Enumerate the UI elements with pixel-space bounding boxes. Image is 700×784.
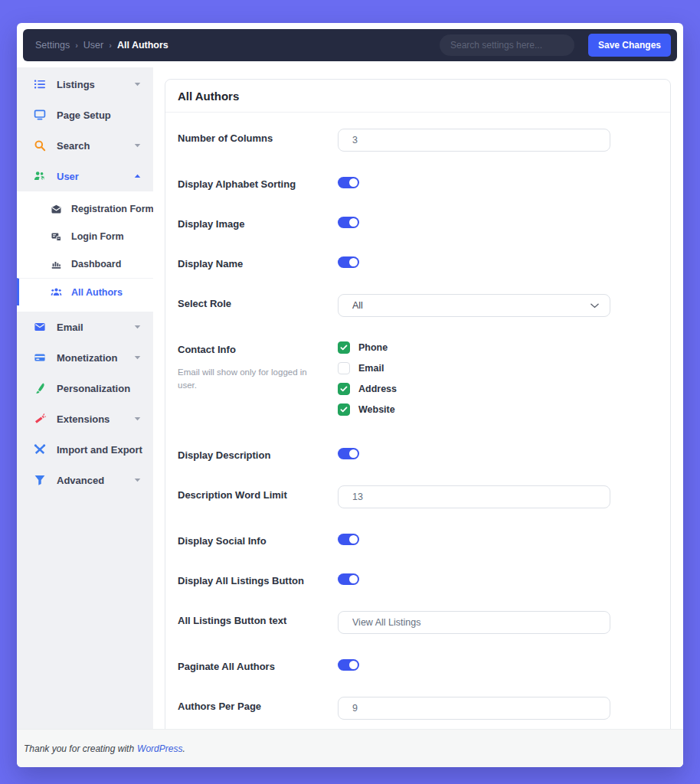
contact-info-option-email[interactable]: Email [338, 362, 658, 374]
setting-row-paginate-all-authors: Paginate All Authors [178, 644, 658, 684]
sidebar-subitem-registration-form[interactable]: Registration Form [17, 195, 153, 223]
phone-checkbox[interactable] [338, 341, 350, 354]
setting-row-authors-per-page: Authors Per Page [178, 684, 658, 730]
display-image-toggle[interactable] [338, 217, 359, 228]
display-name-toggle[interactable] [338, 256, 359, 268]
sidebar-item-label: Listings [57, 79, 95, 90]
setting-label: Display Social Info [178, 535, 267, 547]
sidebar-subitem-login-form[interactable]: Login Form [17, 223, 153, 250]
website-checkbox[interactable] [338, 403, 350, 416]
setting-label: Display Description [178, 449, 270, 461]
contact-info-option-phone[interactable]: Phone [338, 341, 658, 354]
breadcrumb-separator: › [109, 41, 112, 50]
setting-label: Select Role [178, 298, 231, 309]
brush-icon [34, 382, 46, 394]
breadcrumb-settings[interactable]: Settings [35, 40, 70, 51]
sidebar-item-label: User [57, 171, 79, 182]
description-word-limit-input[interactable] [338, 485, 610, 508]
select-role-dropdown[interactable]: All [338, 294, 610, 317]
toggle-knob [349, 218, 358, 227]
setting-label: Display All Listings Button [178, 575, 304, 586]
contact-info-option-website[interactable]: Website [338, 403, 658, 416]
setting-row-display-all-listings-button: Display All Listings Button [178, 558, 658, 598]
footer-suffix: . [182, 743, 185, 754]
paginate-all-authors-toggle[interactable] [338, 659, 359, 671]
user-submenu: Registration Form Login Form Dashboard [17, 191, 153, 312]
chevron-up-icon [134, 174, 141, 178]
display-all-listings-button-toggle[interactable] [338, 573, 359, 585]
chevron-down-icon [134, 478, 141, 482]
display-social-info-toggle[interactable] [338, 534, 359, 545]
sidebar-subitem-dashboard[interactable]: Dashboard [17, 250, 153, 278]
breadcrumb-separator: › [75, 41, 78, 50]
checkbox-label: Website [358, 404, 395, 415]
sidebar-item-email[interactable]: Email [17, 312, 153, 342]
page-background: { "colors": { "page_background": "#6a6cf… [0, 0, 700, 784]
sidebar-item-personalization[interactable]: Personalization [17, 373, 153, 403]
footer: Thank you for creating with WordPress. [17, 729, 683, 767]
display-description-toggle[interactable] [338, 448, 359, 459]
chevron-down-icon [590, 303, 599, 309]
email-checkbox[interactable] [338, 362, 350, 374]
chevron-down-icon [134, 143, 141, 148]
checkbox-label: Address [358, 384, 397, 394]
settings-window: Settings › User › All Authors Save Chang… [17, 23, 683, 767]
chevron-down-icon [134, 325, 141, 329]
sidebar-item-label: Monetization [57, 352, 117, 364]
setting-row-display-image: Display Image [178, 201, 658, 241]
setting-row-display-social-info: Display Social Info [178, 518, 658, 558]
settings-rows: Number of Columns Display Alphabet Sorti… [165, 113, 670, 739]
save-changes-button-top[interactable]: Save Changes [588, 34, 671, 57]
sidebar-item-label: Import and Export [57, 444, 142, 456]
chevron-down-icon [134, 82, 141, 87]
search-input[interactable] [440, 34, 574, 56]
wordpress-link[interactable]: WordPress [137, 743, 182, 754]
breadcrumb-all-authors: All Authors [117, 40, 168, 51]
sidebar-item-page-setup[interactable]: Page Setup [17, 100, 153, 130]
toggle-knob [349, 258, 358, 266]
authors-per-page-input[interactable] [338, 697, 610, 720]
sidebar-item-listings[interactable]: Listings [17, 69, 153, 100]
address-checkbox[interactable] [338, 383, 350, 395]
magnifier-icon [34, 139, 46, 152]
sidebar-item-label: Email [57, 322, 83, 333]
toggle-knob [349, 661, 358, 669]
checkbox-label: Email [358, 363, 384, 374]
sidebar-item-user[interactable]: User [17, 161, 153, 191]
people-icon [51, 286, 62, 298]
bar-chart-icon [51, 259, 62, 270]
all-authors-panel: All Authors Number of Columns Display Al… [165, 79, 671, 740]
setting-row-all-listings-button-text: All Listings Button text [178, 598, 658, 644]
all-listings-button-text-input[interactable] [338, 611, 610, 634]
sidebar-item-search[interactable]: Search [17, 130, 153, 161]
setting-label: Contact Info [178, 344, 236, 355]
setting-label: Authors Per Page [178, 701, 261, 712]
setting-label: Number of Columns [178, 132, 273, 144]
magic-wand-icon [34, 413, 46, 425]
sidebar-item-import-export[interactable]: Import and Export [17, 434, 153, 465]
number-of-columns-input[interactable] [338, 129, 610, 152]
footer-text: Thank you for creating with [24, 743, 134, 754]
sidebar-subitem-label: Registration Form [71, 204, 154, 214]
sidebar-subitem-all-authors[interactable]: All Authors [17, 278, 153, 305]
checkbox-label: Phone [358, 342, 388, 353]
mail-icon [51, 204, 62, 215]
display-alphabet-sorting-toggle[interactable] [338, 177, 359, 188]
import-export-icon [34, 443, 46, 456]
list-icon [34, 78, 46, 90]
contact-info-option-address[interactable]: Address [338, 383, 658, 395]
breadcrumb-user[interactable]: User [83, 40, 103, 51]
setting-label: Display Name [178, 258, 243, 270]
sidebar-item-extensions[interactable]: Extensions [17, 403, 153, 434]
setting-row-number-of-columns: Number of Columns [178, 116, 658, 162]
topbar: Settings › User › All Authors Save Chang… [23, 29, 677, 61]
sidebar-subitem-label: Login Form [71, 231, 124, 242]
setting-row-display-alphabet-sorting: Display Alphabet Sorting [178, 162, 658, 201]
setting-row-select-role: Select Role All [178, 281, 658, 327]
sidebar-item-monetization[interactable]: Monetization [17, 342, 153, 373]
envelope-icon [34, 321, 46, 333]
setting-row-contact-info: Contact Info Email will show only for lo… [178, 327, 658, 433]
users-gear-icon [34, 170, 46, 182]
sidebar-item-advanced[interactable]: Advanced [17, 465, 153, 495]
toggle-knob [349, 449, 358, 458]
